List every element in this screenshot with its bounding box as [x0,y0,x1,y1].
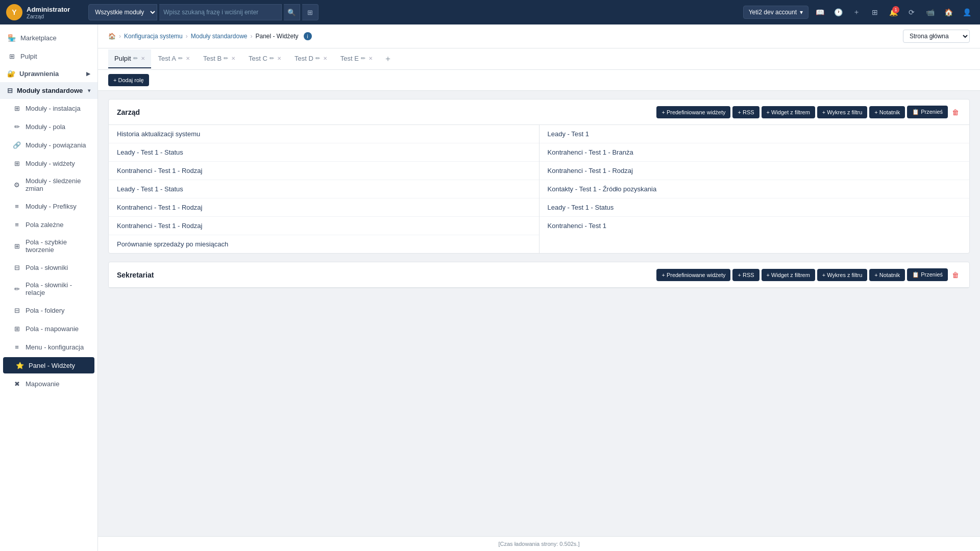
sidebar-item-moduly-standardowe[interactable]: ⊟ Moduły standardowe ▾ [0,82,97,99]
sidebar-item-menu-konfiguracja[interactable]: ≡ Menu - konfiguracja [0,338,97,356]
bell-icon[interactable]: 🔔 1 [886,5,900,19]
avatar-icon[interactable]: 👤 [960,5,974,19]
tab-edit-test-d[interactable]: ✏ [315,55,320,62]
sidebar-item-uprawnienia[interactable]: 🔐 Uprawnienia ▶ [0,65,97,82]
search-button[interactable]: 🔍 [284,4,300,20]
sidebar-item-moduly-widgety[interactable]: ⊞ Moduły - widżety [0,154,97,172]
sidebar-item-marketplace[interactable]: 🏪 Marketplace [0,29,97,47]
table-icon[interactable]: ⊞ [868,5,882,19]
video-icon[interactable]: 📹 [923,5,937,19]
btn-predef-zarzad[interactable]: + Predefiniowane widżety [656,106,730,118]
tab-test-d[interactable]: Test D ✏ ✕ [288,49,333,68]
tab-close-test-d[interactable]: ✕ [323,56,327,61]
sidebar-label-marketplace: Marketplace [20,34,57,42]
btn-rss-sekretariat[interactable]: + RSS [732,269,759,281]
account-selector[interactable]: Yeti2 dev account ▾ [743,6,808,19]
tab-edit-test-e[interactable]: ✏ [361,55,365,62]
sidebar-item-moduly-instalacja[interactable]: ⊞ Moduły - instalacja [0,99,97,117]
btn-widget-filter-zarzad[interactable]: + Widget z filtrem [762,106,815,118]
sidebar-item-pola-zalezne[interactable]: ≡ Pola zależne [0,215,97,234]
btn-rss-zarzad[interactable]: + RSS [732,106,759,118]
tab-close-test-c[interactable]: ✕ [277,56,281,61]
sidebar-label-uprawnienia: Uprawnienia [19,70,59,78]
role-actions-sekretariat: + Predefiniowane widżety + RSS + Widget … [656,268,961,281]
add-tab-button[interactable]: ＋ [380,48,396,69]
sep2: › [186,33,188,40]
tab-label-test-a: Test A [158,55,176,62]
book-icon[interactable]: 📖 [813,5,827,19]
list-item: Kontrahenci - Test 1 - Rodzaj [540,162,970,180]
sidebar-item-mapowanie[interactable]: ✖ Mapowanie [0,374,97,393]
list-item: Kontrahenci - Test 1 - Rodzaj [109,198,539,217]
btn-delete-zarzad[interactable]: 🗑 [950,106,961,118]
sidebar-item-moduly-pola[interactable]: ✏ Moduły - pola [0,117,97,136]
tab-close-pulpit[interactable]: ✕ [141,56,145,61]
sidebar-label-pola-slowniki: Pola - słowniki [26,264,68,271]
tracking-icon: ⚙ [12,180,21,189]
folder-icon: ⊟ [12,306,21,315]
sidebar-item-pulpit[interactable]: ⊞ Pulpit [0,47,97,65]
home-icon[interactable]: 🏠 [941,5,955,19]
tab-close-test-e[interactable]: ✕ [369,56,373,61]
tab-close-test-a[interactable]: ✕ [186,56,190,61]
tab-test-a[interactable]: Test A ✏ ✕ [152,49,196,68]
tabs-bar: Pulpit ✏ ✕ Test A ✏ ✕ Test B ✏ ✕ Test C … [98,48,980,70]
list-item: Leady - Test 1 - Status [540,198,970,217]
btn-wykres-zarzad[interactable]: + Wykres z filtru [817,106,867,118]
page-select[interactable]: Strona główna [903,30,970,43]
add-role-button[interactable]: + Dodaj rolę [108,74,149,86]
list-item: Historia aktualizacji systemu [109,125,539,143]
tab-close-test-b[interactable]: ✕ [231,56,235,61]
btn-przenies-zarzad[interactable]: 📋 Przenieś [907,106,948,118]
btn-wykres-sekretariat[interactable]: + Wykres z filtru [817,269,867,281]
search-filter-select[interactable]: Wszystkie moduły [88,4,157,20]
breadcrumb-konfiguracja[interactable]: Konfiguracja systemu [124,33,183,40]
sidebar-label-pola-mapowanie: Pola - mapowanie [26,325,79,333]
tab-test-c[interactable]: Test C ✏ ✕ [242,49,287,68]
tab-pulpit[interactable]: Pulpit ✏ ✕ [108,49,151,68]
user-role: Zarząd [27,13,70,19]
sidebar-item-moduly-sledzenie[interactable]: ⚙ Moduły - śledzenie zmian [0,172,97,197]
sidebar-label-pola-zalezne: Pola zależne [26,221,63,229]
info-icon[interactable]: i [304,32,312,40]
tab-edit-test-b[interactable]: ✏ [224,55,228,62]
grid-view-button[interactable]: ⊞ [302,4,318,20]
sidebar-label-panel-widgety: Panel - Widżety [29,362,75,369]
btn-delete-sekretariat[interactable]: 🗑 [950,269,961,281]
breadcrumb-moduly[interactable]: Moduły standardowe [191,33,248,40]
sidebar-item-pola-slowniki-relacje[interactable]: ✏ Pola - słowniki - relacje [0,277,97,301]
user-name: Administrator [27,6,70,13]
sidebar-item-pola-szybkie[interactable]: ⊞ Pola - szybkie tworzenie [0,234,97,258]
btn-notatnik-sekretariat[interactable]: + Notatnik [869,269,905,281]
search-input[interactable] [159,4,282,20]
plus-icon[interactable]: ＋ [849,5,864,19]
tab-edit-pulpit[interactable]: ✏ [133,55,138,62]
chevron-right-icon: ▶ [86,71,90,77]
sidebar-item-pola-slowniki[interactable]: ⊟ Pola - słowniki [0,258,97,277]
modules-icon: ⊟ [7,87,13,94]
sidebar-item-pola-foldery[interactable]: ⊟ Pola - foldery [0,301,97,319]
sidebar-item-moduly-powiazania[interactable]: 🔗 Moduły - powiązania [0,136,97,154]
btn-przenies-sekretariat[interactable]: 📋 Przenieś [907,268,948,281]
list-item: Leady - Test 1 - Status [109,143,539,162]
pulpit-icon: ⊞ [7,52,16,61]
btn-predef-sekretariat[interactable]: + Predefiniowane widżety [656,269,730,281]
clock-icon[interactable]: 🕐 [831,5,845,19]
home-breadcrumb-icon[interactable]: 🏠 [108,33,116,40]
tab-test-b[interactable]: Test B ✏ ✕ [197,49,241,68]
sidebar-item-pola-mapowanie[interactable]: ⊞ Pola - mapowanie [0,319,97,338]
main-content: 🏠 › Konfiguracja systemu › Moduły standa… [98,24,980,551]
sidebar-item-moduly-prefiksy[interactable]: ≡ Moduły - Prefiksy [0,197,97,215]
account-label: Yeti2 dev account [749,9,797,16]
sep1: › [119,33,121,40]
btn-widget-filter-sekretariat[interactable]: + Widget z filtrem [762,269,815,281]
prefix-icon: ≡ [12,202,21,211]
tab-test-e[interactable]: Test E ✏ ✕ [334,49,379,68]
btn-notatnik-zarzad[interactable]: + Notatnik [869,106,905,118]
sidebar-item-panel-widgety[interactable]: ⭐ Panel - Widżety [3,357,94,373]
history-icon[interactable]: ⟳ [904,5,919,19]
tab-edit-test-a[interactable]: ✏ [178,55,183,62]
tab-edit-test-c[interactable]: ✏ [270,55,274,62]
list-item: Kontakty - Test 1 - Źródło pozyskania [540,180,970,198]
sidebar-label-moduly-powiazania: Moduły - powiązania [26,141,86,149]
